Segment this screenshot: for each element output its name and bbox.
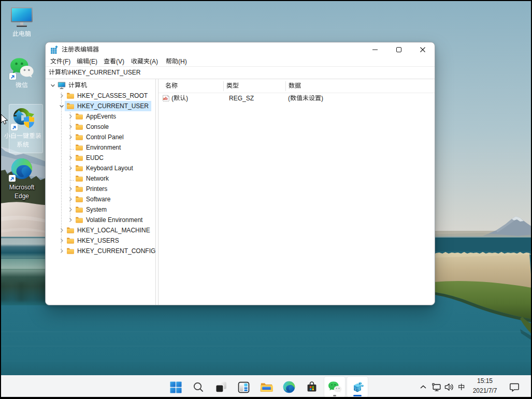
taskbar-edge-button[interactable] xyxy=(279,377,299,397)
window-title xyxy=(62,42,99,57)
column-separator[interactable] xyxy=(285,81,286,91)
edge-icon xyxy=(10,157,34,181)
value-row-default[interactable]: ab ()REG_SZ() xyxy=(159,93,435,104)
folder-icon xyxy=(75,164,83,172)
tree-item-Printers[interactable]: Printers xyxy=(46,184,155,194)
tree-collapsed-chevron-icon[interactable] xyxy=(67,155,74,161)
tray-time: 15:15 xyxy=(467,376,503,386)
tree-item-EUDC[interactable]: EUDC xyxy=(46,153,155,163)
shortcut-arrow-icon xyxy=(11,124,18,130)
tree-row-body: HKEY_CLASSES_ROOT xyxy=(65,91,150,101)
tree-item-Console[interactable]: Console xyxy=(46,122,155,132)
taskbar-clock[interactable]: 15:15 2021/7/7 xyxy=(467,376,503,396)
tree-collapsed-chevron-icon[interactable] xyxy=(59,238,65,244)
folder-icon xyxy=(66,226,75,234)
tree-item-Network[interactable]: Network xyxy=(46,173,155,184)
tree-row-body: Console xyxy=(74,122,111,132)
tree-item-label: Environment xyxy=(86,142,121,153)
address-text: \HKEY_CURRENT_USER xyxy=(49,67,140,79)
tree-item-Environment[interactable]: Environment xyxy=(46,142,155,153)
notification-icon[interactable] xyxy=(507,379,522,395)
tree-collapsed-chevron-icon[interactable] xyxy=(59,93,65,99)
tree-item-System[interactable]: System xyxy=(46,204,155,215)
desktop-icon-wechat[interactable] xyxy=(0,57,44,90)
mouse-cursor xyxy=(1,114,9,126)
regedit-window: (F)(E)(V)(A)(H) \HKEY_CURRENT_USER HKEY_… xyxy=(45,42,435,305)
folder-icon xyxy=(75,205,83,214)
tree-collapsed-chevron-icon[interactable] xyxy=(67,124,74,130)
folder-icon xyxy=(75,123,83,131)
menu-help[interactable]: (H) xyxy=(166,57,187,66)
window-content: HKEY_CLASSES_ROOT HKEY_CURRENT_USER AppE… xyxy=(46,79,435,305)
tree-row-body: Volatile Environment xyxy=(74,215,145,225)
taskbar: 15:15 2021/7/7 xyxy=(0,375,532,399)
shortcut-arrow-icon xyxy=(9,73,16,80)
tree-collapsed-chevron-icon[interactable] xyxy=(67,217,74,223)
tree-collapsed-chevron-icon[interactable] xyxy=(67,134,74,140)
folder-icon xyxy=(75,143,83,152)
tree-row-body xyxy=(56,80,90,91)
taskbar-widgets-button[interactable] xyxy=(233,377,254,397)
taskbar-taskview-button[interactable] xyxy=(211,377,232,397)
tree-collapsed-chevron-icon[interactable] xyxy=(59,227,65,233)
tree-item-Volatile-Environment[interactable]: Volatile Environment xyxy=(46,215,155,225)
tree-expanded-chevron-icon[interactable] xyxy=(50,82,56,88)
reg-sz-icon: ab xyxy=(162,95,170,102)
taskbar-regedit-button[interactable] xyxy=(347,377,368,397)
tree-collapsed-chevron-icon[interactable] xyxy=(67,206,74,213)
column-header-name[interactable] xyxy=(165,79,178,93)
computer-icon xyxy=(57,81,66,90)
maximize-button[interactable] xyxy=(387,42,411,57)
column-separator[interactable] xyxy=(223,81,224,91)
folder-icon xyxy=(75,133,83,141)
tree-item-HKEY_USERS[interactable]: HKEY_USERS xyxy=(46,235,155,246)
tree-item-Control-Panel[interactable]: Control Panel xyxy=(46,132,155,142)
tree-item--[interactable] xyxy=(46,80,155,91)
tree-collapsed-chevron-icon[interactable] xyxy=(67,196,74,202)
tree-item-label: HKEY_CURRENT_USER xyxy=(77,101,149,111)
tree-item-HKEY_LOCAL_MACHINE[interactable]: HKEY_LOCAL_MACHINE xyxy=(46,225,155,235)
tree-row-body: Environment xyxy=(74,142,123,153)
tree-row-body: Network xyxy=(74,173,111,184)
desktop-icon-xiaobai[interactable] xyxy=(1,106,45,150)
folder-icon xyxy=(66,237,75,245)
taskbar-wechat-button[interactable] xyxy=(324,377,345,397)
tree-item-AppEvents[interactable]: AppEvents xyxy=(46,111,155,122)
tree-item-label: Volatile Environment xyxy=(86,215,142,225)
registry-tree: HKEY_CLASSES_ROOT HKEY_CURRENT_USER AppE… xyxy=(46,79,156,305)
taskbar-explorer-button[interactable] xyxy=(256,377,277,397)
tree-item-Software[interactable]: Software xyxy=(46,194,155,204)
tree-item-HKEY_CURRENT_CONFIG[interactable]: HKEY_CURRENT_CONFIG xyxy=(46,246,155,256)
value-name: () xyxy=(171,93,188,104)
column-header-data[interactable] xyxy=(289,79,301,93)
tree-collapsed-chevron-icon[interactable] xyxy=(67,186,74,192)
tree-item-label: Control Panel xyxy=(86,132,124,142)
tree-collapsed-chevron-icon[interactable] xyxy=(67,113,74,120)
menu-favorites[interactable]: (A) xyxy=(131,57,158,66)
taskbar-store-button[interactable] xyxy=(301,377,322,397)
tree-item-HKEY_CLASSES_ROOT[interactable]: HKEY_CLASSES_ROOT xyxy=(46,91,155,101)
desktop-icon-this-pc[interactable] xyxy=(0,7,44,39)
tree-collapsed-chevron-icon[interactable] xyxy=(59,248,65,254)
minimize-button[interactable] xyxy=(363,42,387,57)
taskbar-start-button[interactable] xyxy=(165,377,186,397)
menu-view[interactable]: (V) xyxy=(104,57,124,66)
close-button[interactable] xyxy=(411,42,435,57)
tree-collapsed-chevron-icon[interactable] xyxy=(67,165,74,171)
taskbar-search-button[interactable] xyxy=(188,377,209,397)
address-bar[interactable]: \HKEY_CURRENT_USER xyxy=(46,67,435,79)
column-header-type[interactable] xyxy=(226,79,239,93)
menu-edit[interactable]: (E) xyxy=(77,57,97,66)
tree-items: HKEY_CLASSES_ROOT HKEY_CURRENT_USER AppE… xyxy=(46,80,155,305)
menu-file[interactable]: (F) xyxy=(50,57,70,66)
folder-icon xyxy=(75,112,83,121)
this-pc-icon xyxy=(10,7,33,27)
tray-date: 2021/7/7 xyxy=(467,386,503,396)
tree-item-Keyboard-Layout[interactable]: Keyboard Layout xyxy=(46,163,155,173)
tree-item-label: Software xyxy=(86,194,110,204)
folder-icon xyxy=(75,216,83,224)
desktop-icon-label: MicrosoftEdge xyxy=(0,183,44,201)
tree-expanded-chevron-icon[interactable] xyxy=(59,103,65,109)
desktop-icon-edge[interactable]: MicrosoftEdge xyxy=(0,157,44,201)
tree-item-HKEY_CURRENT_USER[interactable]: HKEY_CURRENT_USER xyxy=(46,101,155,111)
